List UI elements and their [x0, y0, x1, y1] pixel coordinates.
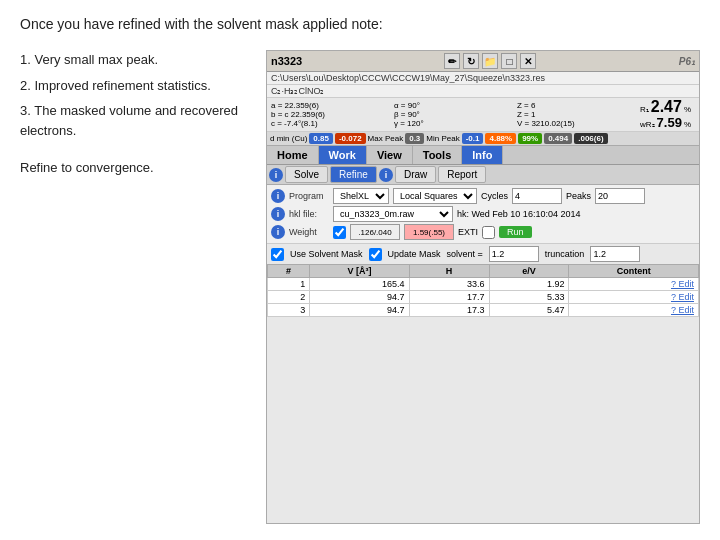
weight-val2: 1.59(.55) — [404, 224, 454, 240]
minpeak-value: -0.1 — [462, 133, 484, 144]
table-row: 1 165.4 33.6 1.92 ? Edit — [268, 278, 699, 291]
cell-num: 2 — [268, 291, 310, 304]
table-row: 2 94.7 17.7 5.33 ? Edit — [268, 291, 699, 304]
dmin-label: d min (Cu) — [270, 134, 307, 143]
subnav-report[interactable]: Report — [438, 166, 486, 183]
table-area: # V [Å³] H e/V Content 1 165.4 33.6 1.92 — [267, 264, 699, 523]
item3: 3. The masked volume and recovered elect… — [20, 101, 250, 140]
weight-val1: .126/.040 — [350, 224, 400, 240]
solvent-label: Use Solvent Mask — [290, 249, 363, 259]
nav-work[interactable]: Work — [319, 146, 367, 164]
cell-h: 17.3 — [409, 304, 489, 317]
run-button[interactable]: Run — [499, 226, 532, 238]
cell-h: 17.7 — [409, 291, 489, 304]
content-area: 1. Very small max peak. 2. Improved refi… — [20, 50, 700, 524]
app-window: n3323 ✏ ↻ 📁 □ ✕ P6₁ C:\Users\Lou\Desktop… — [266, 50, 700, 524]
subnav-refine[interactable]: Refine — [330, 166, 377, 183]
truncation-input[interactable] — [590, 246, 640, 262]
solvent-checkbox[interactable] — [271, 248, 284, 261]
formula-bar: C₂·H₃₂ClNO₂ — [267, 85, 699, 98]
cell-content[interactable]: ? Edit — [569, 278, 699, 291]
cell-v: 94.7 — [310, 291, 409, 304]
cell-ev: 1.92 — [489, 278, 569, 291]
exti-checkbox[interactable] — [482, 226, 495, 239]
update-checkbox[interactable] — [369, 248, 382, 261]
nav-view[interactable]: View — [367, 146, 413, 164]
r1-value: 2.47 — [651, 99, 682, 115]
cycles-label: Cycles — [481, 191, 508, 201]
param-c: c = -7.4°(8.1) — [271, 119, 386, 128]
cell-content[interactable]: ? Edit — [569, 291, 699, 304]
cycles-input[interactable] — [512, 188, 562, 204]
col-hash: # — [268, 265, 310, 278]
solvent-label2: solvent = — [447, 249, 483, 259]
program-select[interactable]: ShelXL — [333, 188, 389, 204]
param-a: a = 22.359(6) — [271, 101, 386, 110]
completeness-value: 99% — [518, 133, 542, 144]
page-title: Once you have refined with the solvent m… — [20, 16, 700, 32]
subnav-solve[interactable]: Solve — [285, 166, 328, 183]
nav-info[interactable]: Info — [462, 146, 503, 164]
nav-tools[interactable]: Tools — [413, 146, 463, 164]
title-bar: n3323 ✏ ↻ 📁 □ ✕ P6₁ — [267, 51, 699, 72]
param-gamma: γ = 120° — [394, 119, 509, 128]
maxpeak-value: 0.3 — [405, 133, 424, 144]
edit-icon[interactable]: ✏ — [444, 53, 460, 69]
wr2-label: wR₂ — [640, 120, 655, 129]
form-area: i Program ShelXL Local Squares Cycles Pe… — [267, 185, 699, 244]
wr2-value: 7.59 — [657, 115, 682, 130]
cell-params: a = 22.359(6) b = c 22.359(6) c = -7.4°(… — [271, 101, 386, 128]
cell-angles: α = 90° β = 90° γ = 120° — [394, 101, 509, 128]
cell-h: 33.6 — [409, 278, 489, 291]
refresh-icon[interactable]: ↻ — [463, 53, 479, 69]
param-beta: β = 90° — [394, 110, 509, 119]
shift-value: -0.072 — [335, 133, 366, 144]
maxpeak-label: Max Peak — [368, 134, 404, 143]
cell-v: 94.7 — [310, 304, 409, 317]
exti-label: EXTI — [458, 227, 478, 237]
close-icon[interactable]: ✕ — [520, 53, 536, 69]
cell-ev: 5.47 — [489, 304, 569, 317]
cell-v: 165.4 — [310, 278, 409, 291]
info-icon: i — [269, 168, 283, 182]
hkl-info-icon: i — [271, 207, 285, 221]
symmetry-label: P6₁ — [679, 56, 695, 67]
weight-checkbox[interactable] — [333, 226, 346, 239]
peaks-input[interactable] — [595, 188, 645, 204]
path-text: C:\Users\Lou\Desktop\CCCW\CCCW19\May_27\… — [271, 73, 545, 83]
param-alpha: α = 90° — [394, 101, 509, 110]
window-icon[interactable]: □ — [501, 53, 517, 69]
stats-row: a = 22.359(6) b = c 22.359(6) c = -7.4°(… — [267, 98, 699, 132]
param-b: b = c 22.359(6) — [271, 110, 386, 119]
r1-percent: % — [684, 105, 691, 114]
hkl-row: i hkl file: cu_n3323_0m.raw hk: Wed Feb … — [271, 206, 695, 222]
program-label: Program — [289, 191, 329, 201]
hkl-label: hkl file: — [289, 209, 329, 219]
params-value: .006(6) — [574, 133, 607, 144]
cell-num: 3 — [268, 304, 310, 317]
col-content: Content — [569, 265, 699, 278]
info-icon-2: i — [379, 168, 393, 182]
subnav-draw[interactable]: Draw — [395, 166, 436, 183]
folder-icon[interactable]: 📁 — [482, 53, 498, 69]
solvent-input[interactable] — [489, 246, 539, 262]
r1-label: R₁ — [640, 105, 649, 114]
title-icons: ✏ ↻ 📁 □ ✕ — [444, 53, 536, 69]
cell-ev: 5.33 — [489, 291, 569, 304]
item2: 2. Improved refinement statistics. — [20, 76, 250, 96]
cell-content[interactable]: ? Edit — [569, 304, 699, 317]
param-z1: Z = 1 — [517, 110, 632, 119]
col-v: V [Å³] — [310, 265, 409, 278]
nav-bar: Home Work View Tools Info — [267, 146, 699, 165]
data-table: # V [Å³] H e/V Content 1 165.4 33.6 1.92 — [267, 264, 699, 317]
method-select[interactable]: Local Squares — [393, 188, 477, 204]
refine-text: Refine to convergence. — [20, 158, 250, 178]
hkl-select[interactable]: cu_n3323_0m.raw — [333, 206, 453, 222]
nav-home[interactable]: Home — [267, 146, 319, 164]
col-h: H — [409, 265, 489, 278]
r-values: R₁ 2.47 % wR₂ 7.59 % — [640, 99, 695, 130]
minpeak-label: Min Peak — [426, 134, 459, 143]
colored-stats-bar: d min (Cu) 0.85 -0.072 Max Peak 0.3 Min … — [267, 132, 699, 146]
rint-value: 4.88% — [485, 133, 516, 144]
cell-num: 1 — [268, 278, 310, 291]
